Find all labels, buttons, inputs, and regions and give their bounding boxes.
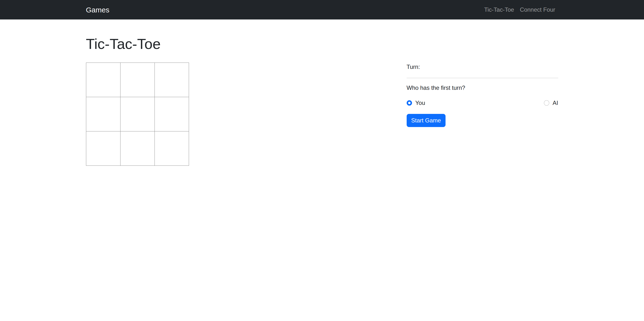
board-cell[interactable]: [120, 97, 154, 131]
turn-label-line: Turn:: [407, 63, 558, 71]
radio-you-label: You: [416, 99, 425, 107]
board-cell[interactable]: [86, 97, 120, 131]
board-cell[interactable]: [86, 63, 120, 97]
first-turn-radio-group: You AI: [407, 99, 558, 107]
board-column: [82, 63, 402, 166]
page-title: Tic-Tac-Toe: [86, 35, 558, 53]
start-game-button[interactable]: Start Game: [407, 114, 446, 127]
board-cell[interactable]: [86, 131, 120, 166]
radio-ai-input[interactable]: [544, 100, 549, 106]
board-cell[interactable]: [120, 131, 154, 166]
nav-link-tic-tac-toe[interactable]: Tic-Tac-Toe: [481, 5, 517, 14]
radio-option-ai[interactable]: AI: [544, 99, 558, 107]
radio-ai-label: AI: [553, 99, 558, 107]
board-cell[interactable]: [154, 97, 189, 131]
navbar-nav: Tic-Tac-Toe Connect Four: [481, 5, 558, 14]
turn-label: Turn:: [407, 64, 420, 70]
control-panel: Turn: Who has the first turn? You AI Sta…: [402, 63, 562, 166]
radio-you-input[interactable]: [407, 100, 412, 106]
first-turn-question: Who has the first turn?: [407, 83, 558, 92]
navbar: Games Tic-Tac-Toe Connect Four: [0, 0, 644, 20]
board-cell[interactable]: [120, 63, 154, 97]
board-cell[interactable]: [154, 131, 189, 166]
panel-divider: [407, 78, 558, 78]
radio-option-you[interactable]: You: [407, 99, 425, 107]
nav-link-connect-four[interactable]: Connect Four: [517, 5, 558, 14]
navbar-brand[interactable]: Games: [86, 4, 110, 15]
board-cell[interactable]: [154, 63, 189, 97]
tic-tac-toe-board: [86, 63, 189, 166]
